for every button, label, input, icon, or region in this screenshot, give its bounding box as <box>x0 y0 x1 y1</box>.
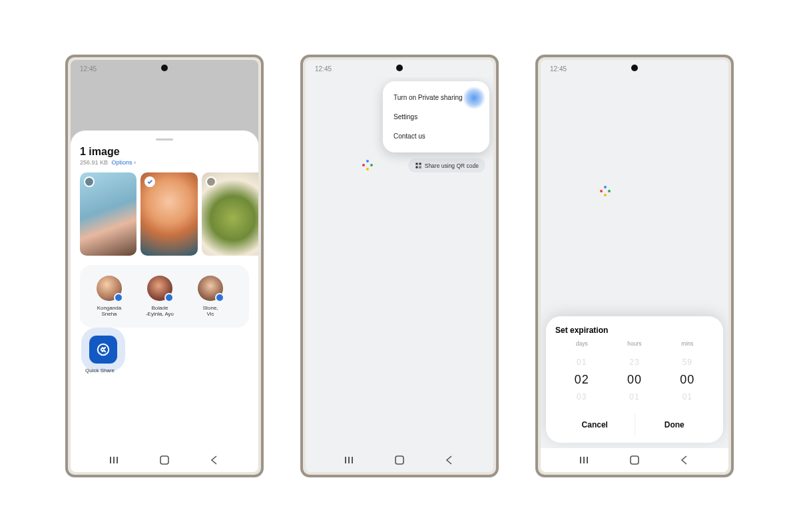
nav-home-button[interactable] <box>394 454 405 466</box>
select-indicator-off[interactable] <box>84 176 95 187</box>
nav-home-button[interactable] <box>158 454 170 466</box>
svg-point-0 <box>98 344 109 356</box>
thumbnail-3[interactable] <box>202 172 258 256</box>
sheet-title: 1 image <box>80 146 249 158</box>
qr-code-icon <box>415 162 422 169</box>
status-time: 12:45 <box>315 65 332 73</box>
nav-back-button[interactable] <box>208 454 220 466</box>
status-time: 12:45 <box>550 65 567 73</box>
menu-contact-us[interactable]: Contact us <box>383 127 489 146</box>
share-sheet: 1 image 256.91 KB Options › <box>71 131 258 448</box>
overflow-menu: Turn on Private sharing Settings Contact… <box>383 81 489 152</box>
nav-back-button[interactable] <box>443 454 455 466</box>
status-time: 12:45 <box>80 65 97 73</box>
picker-title: Set expiration <box>555 326 714 335</box>
menu-private-sharing[interactable]: Turn on Private sharing <box>383 88 489 107</box>
select-indicator-on[interactable] <box>144 176 155 187</box>
quick-share-icon <box>96 342 111 357</box>
messenger-badge-icon <box>215 293 224 302</box>
svg-rect-14 <box>631 456 639 464</box>
camera-hole <box>161 65 168 71</box>
nav-recents-button[interactable] <box>579 454 591 466</box>
phone-2-quick-share-menu: 12:45 Quick Share You'll share as Est Sh… <box>300 55 499 477</box>
check-icon <box>146 178 153 185</box>
camera-hole <box>396 65 403 71</box>
svg-rect-4 <box>396 456 403 464</box>
thumbnail-2[interactable] <box>140 172 197 256</box>
avatar <box>97 276 122 301</box>
select-indicator-off[interactable] <box>206 176 216 187</box>
cancel-button[interactable]: Cancel <box>555 413 635 436</box>
messenger-badge-icon <box>114 293 123 302</box>
contact-suggestion[interactable]: Konganda Sneha <box>87 276 132 317</box>
sheet-drag-handle[interactable] <box>156 138 173 140</box>
avatar <box>147 276 172 301</box>
nav-recents-button[interactable] <box>344 454 356 466</box>
messenger-badge-icon <box>164 293 174 302</box>
scanning-animation-icon <box>599 184 612 198</box>
camera-hole <box>631 65 638 71</box>
quick-share-label: Quick Share <box>85 368 249 374</box>
picker-col-mins[interactable]: mins 59 00 01 <box>661 340 714 405</box>
thumbnail-1[interactable] <box>80 172 136 256</box>
picker-col-hours[interactable]: hours 23 00 01 <box>608 340 661 405</box>
expiration-picker-sheet: Set expiration days 01 02 03 hours 23 00… <box>546 316 723 443</box>
options-link[interactable]: Options › <box>112 159 136 166</box>
contacts-row: Konganda Sneha Bolade -Eyinla, Ayo Stone… <box>80 265 249 328</box>
android-nav-bar <box>541 448 728 472</box>
phone-3-set-expiration: 12:45 Quick Share Private sharing Files … <box>535 55 734 477</box>
nav-back-button[interactable] <box>678 454 690 466</box>
picker-col-days[interactable]: days 01 02 03 <box>555 340 608 405</box>
svg-rect-1 <box>160 456 168 464</box>
done-button[interactable]: Done <box>635 413 714 436</box>
menu-settings[interactable]: Settings <box>383 107 489 127</box>
quick-share-app-icon[interactable] <box>89 336 117 364</box>
avatar <box>198 276 223 301</box>
contact-suggestion[interactable]: Stone, Vic <box>188 276 233 317</box>
nav-home-button[interactable] <box>629 454 641 466</box>
contact-suggestion[interactable]: Bolade -Eyinla, Ayo <box>137 276 182 317</box>
file-size-label: 256.91 KB <box>80 159 108 166</box>
android-nav-bar <box>306 448 493 472</box>
nav-recents-button[interactable] <box>109 454 121 466</box>
scanning-animation-icon <box>361 158 374 172</box>
android-nav-bar <box>71 448 258 472</box>
share-qr-button[interactable]: Share using QR code <box>408 158 485 172</box>
phone-1-share-sheet: 12:45 1 image 256.91 KB Options › <box>65 55 264 477</box>
